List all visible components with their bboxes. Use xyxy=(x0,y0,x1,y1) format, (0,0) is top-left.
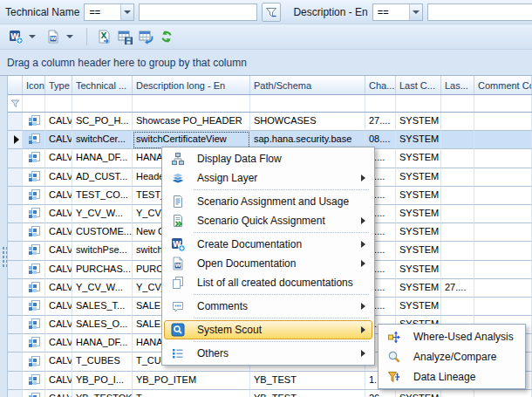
cell-technical[interactable]: CUSTOME... xyxy=(72,223,133,242)
create-word-documentation-button[interactable]: W xyxy=(5,26,26,47)
cell-comment[interactable] xyxy=(474,242,532,260)
cell-technical[interactable]: YB_TESTOK xyxy=(72,390,133,397)
menu-item-create-documentation[interactable]: WCreate Documentation xyxy=(164,235,372,254)
combo-dropdown-button[interactable] xyxy=(120,4,133,20)
refresh-button[interactable] xyxy=(156,26,177,47)
cell-icon[interactable] xyxy=(23,353,45,371)
combo-dropdown-button[interactable] xyxy=(409,4,422,20)
cell-comment[interactable] xyxy=(474,187,532,205)
cell-last_changed[interactable]: SYSTEM xyxy=(396,223,441,242)
technical-name-filter-button[interactable] xyxy=(262,3,281,22)
cell-comment[interactable] xyxy=(474,261,532,279)
cell-last_changed[interactable]: SYSTEM xyxy=(396,187,441,205)
filter-cell-description[interactable] xyxy=(133,95,250,112)
cell-type[interactable]: CALV xyxy=(45,131,72,149)
create-word-documentation-button-dropdown[interactable] xyxy=(26,26,38,47)
cell-comment[interactable] xyxy=(474,149,532,168)
cell-las[interactable] xyxy=(441,131,474,149)
cell-last_changed[interactable]: SYSTEM xyxy=(396,242,441,260)
cell-type[interactable]: CALV xyxy=(45,316,72,334)
column-header-technical[interactable]: Technical ... xyxy=(72,76,133,94)
cell-technical[interactable]: SALES_O... xyxy=(72,316,133,334)
column-header-icon[interactable]: Icon xyxy=(23,76,45,94)
menu-item-data-lineage[interactable]: Data Lineage xyxy=(380,366,523,387)
description-filter-input[interactable] xyxy=(427,3,532,21)
cell-icon[interactable] xyxy=(23,223,45,242)
cell-type[interactable]: CALV xyxy=(45,279,72,298)
menu-item-comments[interactable]: Comments xyxy=(164,297,372,316)
menu-item-analyze-compare[interactable]: Analyze/Compare xyxy=(380,346,523,366)
cell-icon[interactable] xyxy=(23,149,45,168)
cell-technical[interactable]: Y_CV_W... xyxy=(72,279,133,298)
cell-las[interactable] xyxy=(441,187,474,205)
open-word-documentation-button[interactable]: W xyxy=(43,26,64,47)
cell-path[interactable]: YB_TEST xyxy=(250,390,365,397)
menu-item-others[interactable]: Others xyxy=(164,344,372,363)
cell-las[interactable] xyxy=(441,205,474,223)
cell-path[interactable]: SHOWCASES xyxy=(250,113,365,131)
cell-last_changed[interactable]: SYSTEM xyxy=(396,113,441,131)
table-row[interactable]: CALVSC_PO_H...Showcase PO_HEADERSHOWCASE… xyxy=(8,113,532,131)
cell-comment[interactable] xyxy=(474,131,532,149)
filter-cell-las[interactable] xyxy=(441,95,474,112)
cell-description[interactable]: YB_PO_ITEM xyxy=(133,372,250,390)
menu-item-open-documentation[interactable]: WOpen Documentation xyxy=(164,254,372,273)
filter-cell-technical[interactable] xyxy=(72,95,133,112)
column-header-description[interactable]: Description long - En xyxy=(133,76,250,94)
cell-last_changed[interactable]: SYSTEM xyxy=(396,131,441,149)
filter-cell-path[interactable] xyxy=(250,95,365,112)
cell-description[interactable]: T... xyxy=(133,390,250,397)
menu-item-scenario-assignment-and-usage[interactable]: Scenario Assignment and Usage xyxy=(164,192,372,211)
column-header-changed[interactable]: Cha... xyxy=(365,76,396,94)
filter-cell-type[interactable] xyxy=(45,95,72,112)
cell-comment[interactable] xyxy=(474,298,532,316)
menu-item-system-scout[interactable]: System Scout xyxy=(164,320,372,339)
cell-last_changed[interactable]: SYSTEM xyxy=(396,298,441,316)
cell-las[interactable] xyxy=(441,298,474,316)
cell-type[interactable]: CALV xyxy=(45,372,72,390)
column-header-type[interactable]: Type xyxy=(45,76,72,94)
cell-type[interactable]: CALV xyxy=(45,334,72,353)
cell-icon[interactable] xyxy=(23,390,45,397)
filter-cell-comment[interactable] xyxy=(474,95,532,112)
cell-type[interactable]: CALV xyxy=(45,149,72,168)
cell-technical[interactable]: HANA_DF... xyxy=(72,334,133,353)
menu-item-scenario-quick-assignment[interactable]: Scenario Quick Assignment xyxy=(164,211,372,230)
filter-cell-last_changed[interactable] xyxy=(396,95,441,112)
cell-changed[interactable]: 26.... xyxy=(365,390,396,397)
cell-las[interactable] xyxy=(441,261,474,279)
table-row[interactable]: CALVYB_TESTOKT...YB_TEST26....SYSTEM xyxy=(8,390,532,397)
column-header-last_changed[interactable]: Last C... xyxy=(396,76,441,94)
cell-comment[interactable] xyxy=(474,113,532,131)
cell-comment[interactable] xyxy=(474,279,532,298)
cell-icon[interactable] xyxy=(23,242,45,260)
cell-technical[interactable]: Y_CV_W... xyxy=(72,205,133,223)
cell-icon[interactable] xyxy=(23,298,45,316)
cell-las[interactable] xyxy=(441,168,474,187)
cell-technical[interactable]: PURCHAS... xyxy=(72,261,133,279)
cell-icon[interactable] xyxy=(23,334,45,353)
technical-name-operator-combo[interactable]: == xyxy=(84,3,134,21)
cell-las[interactable] xyxy=(441,149,474,168)
cell-icon[interactable] xyxy=(23,205,45,223)
column-header-comment[interactable]: Comment Con... xyxy=(474,76,532,94)
cell-icon[interactable] xyxy=(23,316,45,334)
cell-icon[interactable] xyxy=(23,279,45,298)
left-splitter[interactable] xyxy=(0,76,8,397)
cell-icon[interactable] xyxy=(23,187,45,205)
filter-cell-icon[interactable] xyxy=(23,95,45,112)
cell-last_changed[interactable]: SYSTEM xyxy=(396,205,441,223)
cell-type[interactable]: CALV xyxy=(45,390,72,397)
cell-icon[interactable] xyxy=(23,131,45,149)
menu-item-display-data-flow[interactable]: Display Data Flow xyxy=(164,149,372,168)
cell-last_changed[interactable]: SYSTEM xyxy=(396,149,441,168)
cell-type[interactable]: CALV xyxy=(45,353,72,371)
cell-technical[interactable]: T_CUBES xyxy=(72,353,133,371)
cell-type[interactable]: CALV xyxy=(45,168,72,187)
cell-las[interactable] xyxy=(441,390,474,397)
cell-icon[interactable] xyxy=(23,168,45,187)
cell-type[interactable]: CALV xyxy=(45,187,72,205)
filter-cell-changed[interactable] xyxy=(365,95,396,112)
cell-technical[interactable]: TEST_CO... xyxy=(72,187,133,205)
description-operator-combo[interactable]: == xyxy=(372,3,423,21)
